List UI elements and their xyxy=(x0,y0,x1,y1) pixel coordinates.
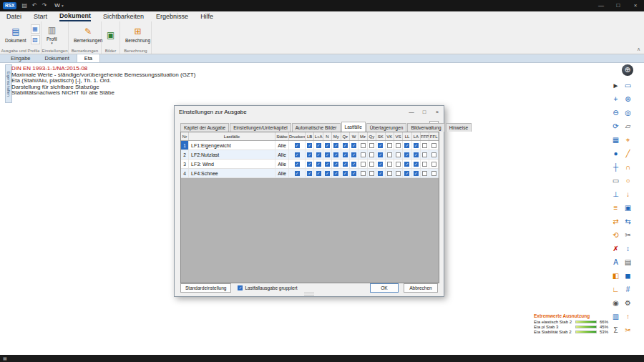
redo-icon[interactable]: ↷ xyxy=(42,0,47,11)
numbering-icon[interactable]: # xyxy=(622,283,634,296)
table-checkbox[interactable]: ✓ xyxy=(325,171,330,176)
undo-icon[interactable]: ↶ xyxy=(32,0,37,11)
camera-icon[interactable]: ◉ xyxy=(610,296,622,310)
export-image-icon[interactable]: ↑ xyxy=(622,310,634,323)
member-line-icon[interactable]: ╱ xyxy=(622,147,634,160)
loadcase-name-cell[interactable]: LF3: Wind xyxy=(189,160,275,168)
copy-icon[interactable]: ▣ xyxy=(622,201,634,215)
table-checkbox[interactable]: ✓ xyxy=(333,152,338,157)
table-checkbox[interactable]: ✓ xyxy=(343,143,348,148)
select-arrow-icon[interactable]: ► xyxy=(610,79,622,92)
table-checkbox[interactable] xyxy=(369,143,374,148)
table-checkbox[interactable]: ✓ xyxy=(351,171,356,176)
table-checkbox[interactable]: ✓ xyxy=(414,152,419,157)
rectangle-icon[interactable]: ▭ xyxy=(610,174,622,187)
print-graphic-icon[interactable]: ▥ xyxy=(610,310,622,323)
berechnung-button[interactable]: ⊞ Berechnung xyxy=(122,23,153,47)
table-checkbox[interactable]: ✓ xyxy=(333,143,338,148)
export-document-icon[interactable]: ▦ xyxy=(31,24,40,34)
table-checkbox[interactable] xyxy=(387,152,392,157)
table-checkbox[interactable]: ✓ xyxy=(343,171,348,176)
window-menu[interactable]: W▾ xyxy=(54,0,63,11)
row-number-cell[interactable]: 1 xyxy=(181,141,189,150)
table-checkbox[interactable] xyxy=(387,171,392,176)
dialog-tab-einstellungen-unterkapitel[interactable]: Einstellungen/Unterkapitel xyxy=(230,123,291,132)
abbrechen-button[interactable]: Abbrechen xyxy=(404,283,438,293)
table-checkbox[interactable] xyxy=(431,162,436,167)
loadcase-name-cell[interactable]: LF4:Schnee xyxy=(189,169,275,177)
table-checkbox[interactable]: ✓ xyxy=(307,143,312,148)
row-number-cell[interactable]: 4 xyxy=(181,169,189,177)
table-checkbox[interactable]: ✓ xyxy=(295,143,300,148)
table-checkbox[interactable] xyxy=(361,162,366,167)
save-icon[interactable]: ▤ xyxy=(21,0,27,11)
table-checkbox[interactable]: ✓ xyxy=(414,143,419,148)
profil-button[interactable]: ▥ Profil ▾ xyxy=(44,23,60,47)
lastfallausgabe-gruppiert-checkbox[interactable]: ✓ xyxy=(238,285,243,290)
table-checkbox[interactable]: ✓ xyxy=(351,162,356,167)
ok-button[interactable]: OK xyxy=(370,283,399,293)
view-front-icon[interactable]: ▱ xyxy=(622,119,634,133)
dialog-maximize-button[interactable]: □ xyxy=(418,107,431,117)
table-row[interactable]: 1LF1:EigengewichtAlle✓✓✓✓✓✓✓✓✓✓ xyxy=(181,141,439,150)
bilder-button[interactable]: ▣ xyxy=(104,23,117,47)
layers-icon[interactable]: ▤ xyxy=(622,255,634,269)
view-tab-dokument[interactable]: Dokument xyxy=(38,54,77,62)
arc-icon[interactable]: ∩ xyxy=(622,160,634,174)
dialog-tab-kapitel-der-ausgabe[interactable]: Kapitel der Ausgabe xyxy=(180,123,229,132)
dimension-icon[interactable]: ↕ xyxy=(622,242,634,255)
close-button[interactable]: × xyxy=(627,0,644,11)
table-checkbox[interactable]: ✓ xyxy=(404,143,409,148)
table-checkbox[interactable]: ✓ xyxy=(333,171,338,176)
dialog-resize-grip[interactable] xyxy=(304,293,314,295)
polyline-icon[interactable]: ┼ xyxy=(610,160,622,174)
point-load-icon[interactable]: ↓ xyxy=(622,187,634,201)
table-checkbox[interactable] xyxy=(422,152,427,157)
pan-icon[interactable]: + xyxy=(610,92,622,106)
trim-icon[interactable]: ✂ xyxy=(622,228,634,242)
table-row[interactable]: 4LF4:SchneeAlle✓✓✓✓✓✓✓✓✓✓ xyxy=(181,169,439,178)
dialog-close-button[interactable]: × xyxy=(431,107,444,117)
rotate-view-icon[interactable]: ⟳ xyxy=(610,119,622,133)
menu-ergebnisse[interactable]: Ergebnisse xyxy=(156,12,188,21)
table-checkbox[interactable] xyxy=(361,143,366,148)
table-checkbox[interactable] xyxy=(422,162,427,167)
collapse-ribbon-icon[interactable]: ∧ xyxy=(637,47,640,52)
table-checkbox[interactable]: ✓ xyxy=(378,152,383,157)
move-icon[interactable]: ⇆ xyxy=(622,215,634,228)
zoom-extents-icon[interactable]: ◎ xyxy=(622,106,634,119)
zoom-window-icon[interactable]: ▭ xyxy=(622,79,634,92)
menu-hilfe[interactable]: Hilfe xyxy=(200,12,213,21)
delete-icon[interactable]: ✗ xyxy=(610,242,622,255)
table-checkbox[interactable]: ✓ xyxy=(414,162,419,167)
table-checkbox[interactable]: ✓ xyxy=(378,162,383,167)
zoom-out-icon[interactable]: ⊖ xyxy=(610,106,622,119)
table-row[interactable]: 3LF3: WindAlle✓✓✓✓✓✓✓✓✓✓ xyxy=(181,160,439,169)
table-checkbox[interactable]: ✓ xyxy=(404,171,409,176)
view-navigation-ball-icon[interactable]: ⊕ xyxy=(622,64,633,76)
dialog-tab-automatische-bilder[interactable]: Automatische Bilder xyxy=(292,123,341,132)
table-checkbox[interactable]: ✓ xyxy=(325,162,330,167)
table-checkbox[interactable]: ✓ xyxy=(404,162,409,167)
staebe-cell[interactable]: Alle xyxy=(275,150,289,159)
fill-color-icon[interactable]: ◧ xyxy=(610,269,622,283)
minimize-button[interactable]: — xyxy=(592,0,610,11)
sum-results-icon[interactable]: Σ xyxy=(610,323,622,337)
mirror-icon[interactable]: ⇄ xyxy=(610,215,622,228)
table-checkbox[interactable] xyxy=(396,143,401,148)
table-checkbox[interactable]: ✓ xyxy=(316,171,321,176)
view-tab-eingabe[interactable]: Eingabe xyxy=(4,54,38,62)
menu-start[interactable]: Start xyxy=(34,12,47,21)
table-checkbox[interactable]: ✓ xyxy=(351,152,356,157)
table-checkbox[interactable]: ✓ xyxy=(316,143,321,148)
dialog-tab-bildverwaltung[interactable]: Bildverwaltung xyxy=(407,123,444,132)
table-checkbox[interactable] xyxy=(369,152,374,157)
node-icon[interactable]: ● xyxy=(610,147,622,160)
table-checkbox[interactable] xyxy=(431,152,436,157)
table-checkbox[interactable] xyxy=(361,171,366,176)
table-checkbox[interactable] xyxy=(387,143,392,148)
circle-icon[interactable]: ○ xyxy=(622,174,634,187)
table-checkbox[interactable] xyxy=(396,162,401,167)
table-checkbox[interactable]: ✓ xyxy=(307,152,312,157)
table-checkbox[interactable]: ✓ xyxy=(378,171,383,176)
